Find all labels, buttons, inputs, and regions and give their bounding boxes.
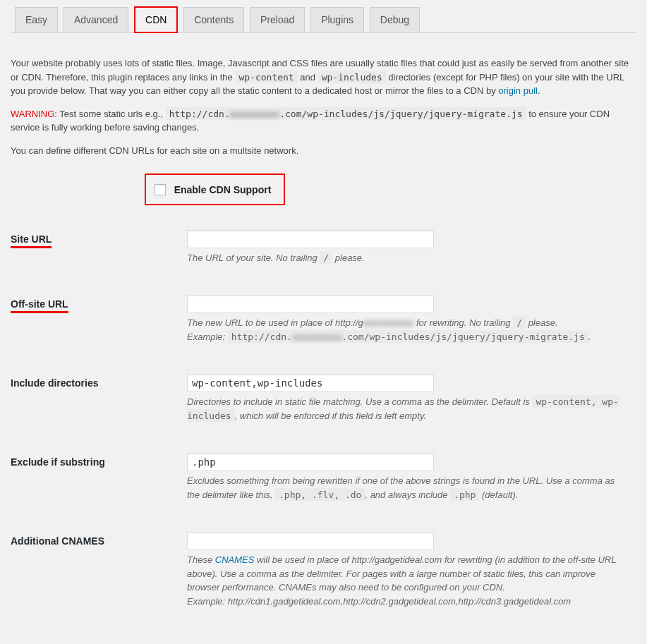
site-url-input[interactable] (187, 230, 434, 248)
offsite-example-code: http://cdn.xxxxxxxxx.com/wp-includes/js/… (228, 330, 588, 343)
tab-debug[interactable]: Debug (370, 7, 420, 32)
tab-contents[interactable]: Contents (183, 7, 244, 32)
warning-code-blurred: xxxxxxxxx (230, 109, 279, 119)
desc-text: The new URL to be used in place of http:… (187, 317, 363, 328)
desc-text: please. (526, 317, 558, 328)
enable-cdn-label: Enable CDN Support (174, 184, 272, 195)
intro-code-wpincludes: wp-includes (318, 71, 386, 83)
enable-cdn-box: Enable CDN Support (145, 174, 285, 205)
include-dirs-desc: Directories to include in static file ma… (187, 395, 629, 423)
desc-text: for rewriting. No trailing (413, 317, 513, 328)
code-part: .com/wp-includes/js/jquery/jquery-migrat… (341, 332, 584, 342)
desc-text: Example: (187, 332, 228, 342)
multisite-note: You can define different CDN URLs for ea… (11, 144, 636, 158)
warning-paragraph: WARNING: Test some static urls e.g., htt… (11, 107, 636, 135)
site-url-label-cell: Site URL (11, 219, 180, 285)
cnames-desc: These CNAMES will be used in place of ht… (187, 553, 629, 608)
cnames-label: Additional CNAMES (11, 521, 180, 628)
tab-advanced[interactable]: Advanced (64, 7, 128, 32)
offsite-url-label-cell: Off-site URL (11, 284, 180, 363)
tab-cdn[interactable]: CDN (134, 6, 178, 33)
intro-paragraph: Your website probably uses lots of stati… (11, 56, 636, 98)
desc-code: / (320, 251, 332, 264)
desc-text: These (187, 554, 215, 565)
desc-text: Directories to include in static file ma… (187, 396, 532, 407)
code-part: http://cdn. (231, 332, 292, 342)
desc-text: (default). (479, 490, 518, 500)
intro-text: and (298, 72, 318, 83)
desc-text: . (588, 332, 591, 342)
exclude-substring-desc: Excludes something from being rewritten … (187, 474, 629, 502)
skip-https-row: Skip https URLs to avoid "mixed content"… (11, 628, 636, 644)
warning-text: Test some static urls e.g., (57, 109, 166, 119)
cnames-input[interactable] (187, 532, 434, 550)
warning-label: WARNING: (11, 109, 57, 119)
desc-text: , which will be enforced if this field i… (235, 411, 426, 421)
offsite-url-input[interactable] (187, 295, 434, 313)
intro-code-wpcontent: wp-content (235, 71, 297, 83)
tab-preload[interactable]: Preload (250, 7, 305, 32)
desc-text: Example: http://cdn1.gadgetideal.com,htt… (187, 596, 571, 607)
include-dirs-label: Include directories (11, 363, 180, 442)
exclude-substring-label: Exclude if substring (11, 442, 180, 521)
desc-text: , and always include (365, 490, 450, 500)
warning-code: http://cdn.xxxxxxxxx.com/wp-includes/js/… (166, 107, 526, 120)
enable-cdn-checkbox[interactable] (155, 184, 166, 195)
tab-plugins[interactable]: Plugins (310, 7, 364, 32)
offsite-url-desc: The new URL to be used in place of http:… (187, 316, 629, 344)
desc-blurred: xxxxxxxxxxx (363, 317, 414, 328)
exclude-substring-input[interactable] (187, 453, 434, 471)
origin-pull-link[interactable]: origin pull (498, 85, 538, 96)
desc-text: please. (332, 253, 365, 263)
site-url-desc: The URL of your site. No trailing / plea… (187, 251, 629, 265)
intro-text: . (538, 85, 540, 96)
desc-code: / (513, 316, 526, 329)
tab-bar: Easy Advanced CDN Contents Preload Plugi… (11, 0, 636, 33)
site-url-label: Site URL (11, 233, 52, 248)
desc-text: The URL of your site. No trailing (187, 253, 320, 263)
warning-code-part: .com/wp-includes/js/jquery/jquery-migrat… (279, 109, 522, 119)
offsite-url-label: Off-site URL (11, 298, 68, 313)
tab-easy[interactable]: Easy (15, 7, 58, 32)
code-blurred: xxxxxxxxx (292, 332, 341, 342)
warning-code-part: http://cdn. (169, 109, 230, 119)
cnames-link[interactable]: CNAMES (215, 554, 255, 565)
desc-code: .php (450, 488, 479, 501)
include-dirs-input[interactable] (187, 374, 434, 392)
desc-code: .php, .flv, .do (275, 488, 365, 501)
